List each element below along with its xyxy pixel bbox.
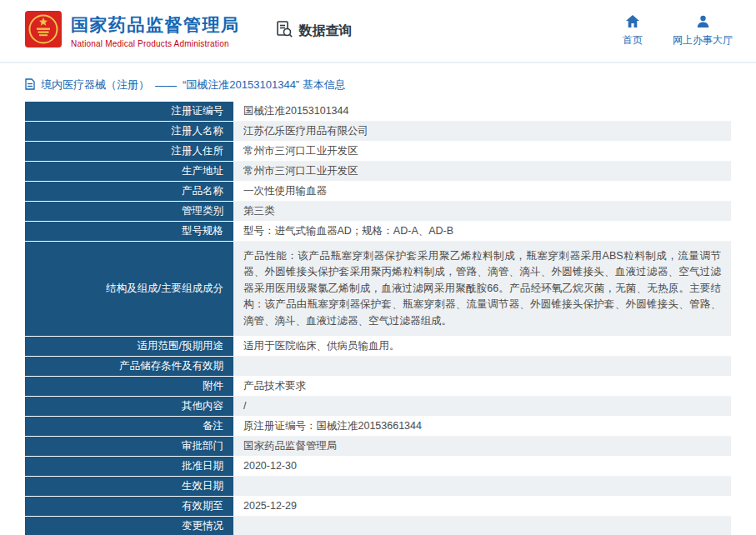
brand: 国家药品监督管理局 National Medical Products Admi… bbox=[25, 11, 240, 51]
row-value: 型号：进气式输血器AD；规格：AD-A、AD-B bbox=[233, 222, 731, 242]
org-name-cn: 国家药品监督管理局 bbox=[71, 13, 240, 37]
nav-service-hall[interactable]: 网上办事大厅 bbox=[673, 15, 733, 48]
row-value: 原注册证编号：国械注准20153661344 bbox=[233, 417, 731, 437]
brand-text: 国家药品监督管理局 National Medical Products Admi… bbox=[71, 13, 240, 48]
document-icon bbox=[25, 78, 35, 92]
registration-info-table: 注册证编号 国械注准20153101344 注册人名称 江苏亿乐医疗用品有限公司… bbox=[25, 102, 731, 535]
row-label: 注册人住所 bbox=[25, 142, 233, 162]
data-query-label: 数据查询 bbox=[299, 22, 353, 40]
row-label: 适用范围/预期用途 bbox=[25, 337, 233, 357]
nav-hall-label: 网上办事大厅 bbox=[673, 33, 733, 48]
row-label: 有效期至 bbox=[25, 497, 233, 517]
row-value: 产品技术要求 bbox=[233, 377, 731, 397]
row-value: 第三类 bbox=[233, 202, 731, 222]
table-row: 型号规格 型号：进气式输血器AD；规格：AD-A、AD-B bbox=[25, 222, 731, 242]
table-row: 结构及组成/主要组成成分 产品性能：该产品瓶塞穿刺器保护套采用聚乙烯粒料制成，瓶… bbox=[25, 242, 731, 337]
table-row: 备注 原注册证编号：国械注准20153661344 bbox=[25, 417, 731, 437]
row-label: 审批部门 bbox=[25, 437, 233, 457]
data-query-section[interactable]: 数据查询 bbox=[275, 20, 353, 42]
page-title: “国械注准20153101344” 基本信息 bbox=[183, 78, 346, 92]
row-value: 2020-12-30 bbox=[233, 457, 731, 477]
org-name-en: National Medical Products Administration bbox=[71, 39, 240, 48]
document-search-icon bbox=[275, 20, 293, 42]
table-row: 产品名称 一次性使用输血器 bbox=[25, 182, 731, 202]
row-label: 注册人名称 bbox=[25, 122, 233, 142]
row-label: 附件 bbox=[25, 377, 233, 397]
row-label: 生效日期 bbox=[25, 477, 233, 497]
site-header: 国家药品监督管理局 National Medical Products Admi… bbox=[0, 0, 756, 63]
nav-home-label: 首页 bbox=[623, 33, 643, 48]
row-value: 一次性使用输血器 bbox=[233, 182, 731, 202]
row-value: 常州市三河口工业开发区 bbox=[233, 162, 731, 182]
user-icon bbox=[697, 15, 709, 30]
row-label: 变更情况 bbox=[25, 517, 233, 535]
top-nav: 首页 网上办事大厅 bbox=[623, 15, 733, 48]
table-row: 有效期至 2025-12-29 bbox=[25, 497, 731, 517]
table-row: 注册人住所 常州市三河口工业开发区 bbox=[25, 142, 731, 162]
table-row: 生效日期 bbox=[25, 477, 731, 497]
breadcrumb-separator: —— bbox=[155, 79, 177, 92]
row-value bbox=[233, 477, 731, 497]
row-label: 注册证编号 bbox=[25, 102, 233, 122]
table-row: 注册人名称 江苏亿乐医疗用品有限公司 bbox=[25, 122, 731, 142]
table-row: 适用范围/预期用途 适用于医院临床、供病员输血用。 bbox=[25, 337, 731, 357]
row-label: 批准日期 bbox=[25, 457, 233, 477]
row-label: 产品储存条件及有效期 bbox=[25, 357, 233, 377]
table-row: 审批部门 国家药品监督管理局 bbox=[25, 437, 731, 457]
row-label: 结构及组成/主要组成成分 bbox=[25, 242, 233, 337]
row-value: 产品性能：该产品瓶塞穿刺器保护套采用聚乙烯粒料制成，瓶塞穿刺器采用ABS粒料制成… bbox=[233, 242, 731, 337]
row-label: 其他内容 bbox=[25, 397, 233, 417]
row-label: 产品名称 bbox=[25, 182, 233, 202]
home-icon bbox=[626, 15, 639, 30]
breadcrumb: 境内医疗器械（注册） —— “国械注准20153101344” 基本信息 bbox=[25, 78, 731, 92]
breadcrumb-category[interactable]: 境内医疗器械（注册） bbox=[41, 78, 149, 92]
national-emblem-icon bbox=[25, 11, 62, 51]
row-value bbox=[233, 517, 731, 535]
table-row: 注册证编号 国械注准20153101344 bbox=[25, 102, 731, 122]
row-value: 适用于医院临床、供病员输血用。 bbox=[233, 337, 731, 357]
row-label: 型号规格 bbox=[25, 222, 233, 242]
table-row: 批准日期 2020-12-30 bbox=[25, 457, 731, 477]
row-value: / bbox=[233, 397, 731, 417]
nav-home[interactable]: 首页 bbox=[623, 15, 643, 48]
table-row: 其他内容 / bbox=[25, 397, 731, 417]
row-value: 江苏亿乐医疗用品有限公司 bbox=[233, 122, 731, 142]
row-label: 生产地址 bbox=[25, 162, 233, 182]
table-row: 产品储存条件及有效期 bbox=[25, 357, 731, 377]
table-row: 变更情况 bbox=[25, 517, 731, 535]
table-row: 附件 产品技术要求 bbox=[25, 377, 731, 397]
row-label: 备注 bbox=[25, 417, 233, 437]
row-value: 2025-12-29 bbox=[233, 497, 731, 517]
row-value: 常州市三河口工业开发区 bbox=[233, 142, 731, 162]
table-row: 生产地址 常州市三河口工业开发区 bbox=[25, 162, 731, 182]
row-value: 国家药品监督管理局 bbox=[233, 437, 731, 457]
row-value bbox=[233, 357, 731, 377]
row-value: 国械注准20153101344 bbox=[233, 102, 731, 122]
table-row: 管理类别 第三类 bbox=[25, 202, 731, 222]
row-label: 管理类别 bbox=[25, 202, 233, 222]
